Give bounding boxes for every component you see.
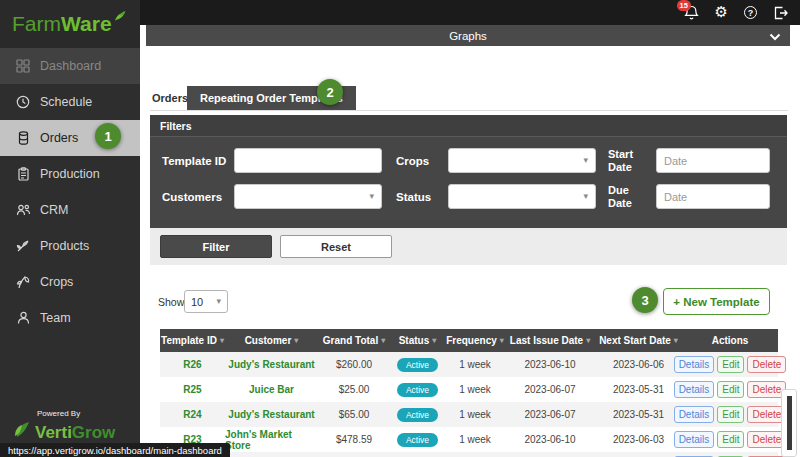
- sort-icon: ▾: [674, 336, 678, 345]
- sidebar-item-label: Orders: [40, 131, 78, 145]
- cell-last-issue-date: [505, 452, 595, 457]
- status-bar-url: https://app.vertigrow.io/dashboard/main-…: [0, 443, 230, 457]
- cell-customer[interactable]: Judy's Restaurant: [225, 402, 318, 427]
- details-button[interactable]: Details: [674, 381, 715, 398]
- collapse-chevron-down-icon[interactable]: [769, 31, 781, 43]
- edit-button[interactable]: Edit: [717, 356, 744, 373]
- cell-next-start-date: 2023-06-03: [595, 427, 682, 452]
- help-icon[interactable]: ?: [744, 6, 757, 19]
- sort-icon: ▾: [220, 336, 224, 345]
- chevron-down-icon: ▾: [369, 192, 374, 201]
- sidebar-item-crm[interactable]: CRM: [0, 192, 140, 228]
- cell-template-id[interactable]: R26: [160, 352, 225, 377]
- header-frequency[interactable]: Frequency▾: [445, 329, 505, 352]
- vertigrow-text-grow: Grow: [72, 423, 115, 443]
- cell-last-issue-date: 2023-06-10: [505, 427, 595, 452]
- filters-title: Filters: [150, 115, 787, 137]
- cell-frequency: [445, 452, 505, 457]
- filter-button[interactable]: Filter: [160, 235, 272, 258]
- start-date-input[interactable]: [656, 148, 770, 173]
- template-id-input[interactable]: [234, 148, 382, 173]
- status-label: Status: [396, 191, 448, 203]
- header-last-issue-date[interactable]: Last Issue Date▾: [505, 329, 595, 352]
- header-status[interactable]: Status▾: [390, 329, 445, 352]
- cell-customer[interactable]: Juice Bar: [225, 377, 318, 402]
- annotation-step-2: 2: [317, 79, 343, 105]
- edit-button[interactable]: Edit: [717, 381, 744, 398]
- notification-badge: 15: [677, 0, 691, 11]
- products-icon: [15, 238, 31, 254]
- page-size-select[interactable]: 10 ▾: [184, 290, 228, 313]
- leaf-icon: [113, 9, 126, 27]
- cell-grand-total: $25.00: [318, 377, 390, 402]
- scrollbar-thumb[interactable]: [787, 396, 792, 450]
- cell-status: Active: [390, 402, 445, 427]
- app-logo: FarmWare: [0, 0, 140, 48]
- status-badge: Active: [397, 383, 438, 397]
- header-next-start-date[interactable]: Next Start Date▾: [595, 329, 682, 352]
- sidebar-item-schedule[interactable]: Schedule: [0, 84, 140, 120]
- cell-frequency: 1 week: [445, 377, 505, 402]
- sidebar-item-production[interactable]: Production: [0, 156, 140, 192]
- sidebar-item-label: CRM: [40, 203, 68, 217]
- logout-icon[interactable]: [773, 6, 788, 20]
- vertigrow-leaf-icon: [13, 419, 33, 443]
- vertical-scrollbar[interactable]: [781, 389, 797, 457]
- cell-grand-total: $260.00: [318, 352, 390, 377]
- sidebar-item-crops[interactable]: Crops: [0, 264, 140, 300]
- cell-grand-total: $65.00: [318, 402, 390, 427]
- cell-frequency: 1 week: [445, 352, 505, 377]
- cell-template-id[interactable]: R25: [160, 377, 225, 402]
- table-header-row: Template ID▾ Customer▾ Grand Total▾ Stat…: [160, 329, 778, 352]
- page-size-value: 10: [191, 296, 203, 308]
- cell-template-id[interactable]: R24: [160, 402, 225, 427]
- sidebar-item-label: Team: [40, 311, 71, 325]
- clipboard-icon: [15, 166, 31, 182]
- template-id-label: Template ID: [162, 155, 234, 167]
- clock-icon: [15, 94, 31, 110]
- new-template-button[interactable]: + New Template: [663, 288, 770, 315]
- customers-select[interactable]: ▾: [234, 184, 382, 209]
- cell-last-issue-date: 2023-06-10: [505, 352, 595, 377]
- sidebar-item-products[interactable]: Products: [0, 228, 140, 264]
- cell-frequency: 1 week: [445, 427, 505, 452]
- cell-next-start-date: [595, 452, 682, 457]
- vertigrow-text-verti: Verti: [35, 423, 72, 443]
- templates-table: Template ID▾ Customer▾ Grand Total▾ Stat…: [160, 329, 778, 457]
- table-row-partial: Active DetailsEditDelete: [160, 452, 778, 457]
- header-grand-total[interactable]: Grand Total▾: [318, 329, 390, 352]
- cell-next-start-date: 2023-05-31: [595, 377, 682, 402]
- sidebar-item-label: Production: [40, 167, 100, 181]
- edit-button[interactable]: Edit: [717, 406, 744, 423]
- details-button[interactable]: Details: [674, 356, 715, 373]
- details-button[interactable]: Details: [674, 406, 715, 423]
- sidebar-item-team[interactable]: Team: [0, 300, 140, 336]
- notifications-bell-icon[interactable]: 15: [684, 5, 699, 21]
- header-customer[interactable]: Customer▾: [225, 329, 318, 352]
- crops-select[interactable]: ▾: [448, 148, 596, 173]
- details-button[interactable]: Details: [674, 431, 715, 448]
- cell-grand-total: [318, 452, 390, 457]
- cell-frequency: 1 week: [445, 402, 505, 427]
- delete-button[interactable]: Delete: [747, 356, 786, 373]
- cell-customer[interactable]: John's Market Store: [225, 427, 318, 452]
- crm-icon: [15, 202, 31, 218]
- sidebar: FarmWare Dashboard Schedule Orders: [0, 0, 140, 457]
- sidebar-nav: Dashboard Schedule Orders Production CRM: [0, 48, 140, 336]
- sidebar-item-dashboard[interactable]: Dashboard: [0, 48, 140, 84]
- status-select[interactable]: ▾: [448, 184, 596, 209]
- sidebar-item-label: Dashboard: [40, 59, 101, 73]
- filter-actions-strip: Filter Reset: [150, 228, 787, 265]
- reset-button[interactable]: Reset: [280, 235, 392, 258]
- cell-status: Active: [390, 352, 445, 377]
- table-row: R24 Judy's Restaurant $65.00 Active 1 we…: [160, 402, 778, 427]
- tab-orders[interactable]: Orders: [152, 92, 188, 104]
- cell-customer[interactable]: Judy's Restaurant: [225, 352, 318, 377]
- show-label: Show: [158, 296, 184, 308]
- dashboard-icon: [15, 58, 31, 74]
- sort-icon: ▾: [294, 336, 298, 345]
- header-template-id[interactable]: Template ID▾: [160, 329, 225, 352]
- settings-gear-icon[interactable]: ⚙: [715, 5, 728, 20]
- due-date-input[interactable]: [656, 184, 770, 209]
- edit-button[interactable]: Edit: [717, 431, 744, 448]
